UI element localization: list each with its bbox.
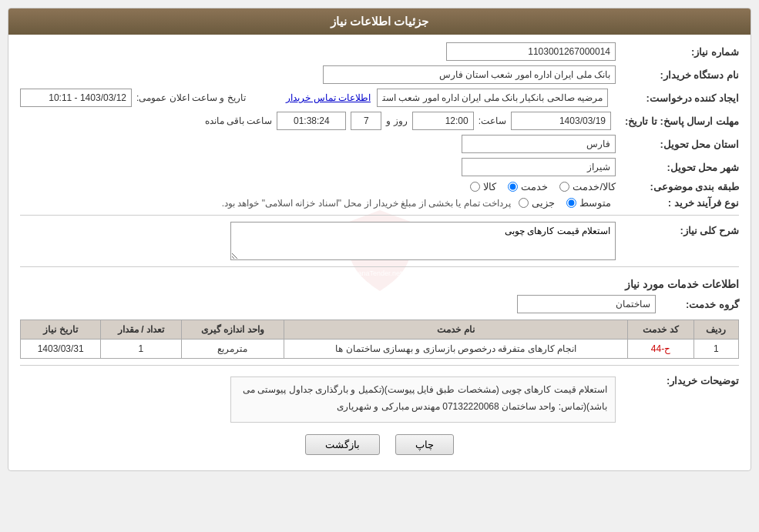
tarikhoSaat-input[interactable] bbox=[20, 89, 132, 107]
table-cell: 1 bbox=[694, 340, 738, 359]
groupKhedmat-input[interactable] bbox=[517, 295, 656, 313]
ijadKonande-input[interactable] bbox=[377, 89, 608, 107]
radio-khedmat-input[interactable] bbox=[508, 182, 518, 192]
table-cell: ح-44 bbox=[628, 340, 694, 359]
ettelaatTamas-link[interactable]: اطلاعات تماس خریدار bbox=[286, 92, 371, 103]
sharhKoli-textarea[interactable] bbox=[230, 222, 616, 260]
tarikhoSaat-label: تاریخ و ساعت اعلان عمومی: bbox=[136, 92, 246, 103]
col-kodKhedmat: کد خدمت bbox=[628, 320, 694, 340]
radio-kala-khedmat-label: کالا/خدمت bbox=[573, 181, 616, 192]
col-tarikh: تاریخ نیاز bbox=[21, 320, 101, 340]
ostan-label: استان محل تحویل: bbox=[616, 139, 739, 150]
table-cell: مترمربع bbox=[181, 340, 284, 359]
mohlat-timer-input[interactable] bbox=[277, 112, 346, 130]
namDastgah-input[interactable] bbox=[323, 65, 616, 84]
shomareNiaz-label: شماره نیاز: bbox=[616, 46, 739, 58]
shahr-label: شهر محل تحویل: bbox=[616, 162, 739, 173]
mohlat-saat-label: ساعت: bbox=[479, 115, 506, 126]
table-cell: 1 bbox=[101, 340, 181, 359]
radio-kala[interactable]: کالا bbox=[470, 181, 496, 192]
radio-kala-khedmat[interactable]: کالا/خدمت bbox=[559, 181, 616, 192]
tozihat-box: استعلام قیمت کارهای چوبی (مشخصات طبق فای… bbox=[230, 376, 616, 423]
tozihat-label: توضیحات خریدار: bbox=[616, 372, 739, 386]
noeFarayand-note: پرداخت تمام یا بخشی از مبلغ خریدار از مح… bbox=[222, 198, 511, 209]
mohlat-rooz-label: روز و bbox=[386, 115, 407, 126]
sharhKoli-label: شرح کلی نیاز: bbox=[616, 222, 739, 236]
mohlat-label: مهلت ارسال پاسخ: تا تاریخ: bbox=[616, 115, 739, 127]
chap-button[interactable]: چاپ bbox=[395, 434, 454, 455]
col-namKhedmat: نام خدمت bbox=[284, 320, 628, 340]
shomareNiaz-input[interactable] bbox=[446, 42, 616, 61]
radio-motavasset-input[interactable] bbox=[566, 198, 576, 208]
ostan-input[interactable] bbox=[462, 135, 616, 153]
col-tedad: تعداد / مقدار bbox=[101, 320, 181, 340]
bazgasht-button[interactable]: بازگشت bbox=[305, 434, 380, 455]
ijadKonande-label: ایجاد کننده درخواست: bbox=[616, 92, 739, 104]
radio-jozee[interactable]: جزیی bbox=[519, 197, 555, 209]
radio-jozee-input[interactable] bbox=[519, 198, 529, 208]
radio-jozee-label: جزیی bbox=[532, 197, 555, 209]
radio-khedmat-label: خدمت bbox=[521, 181, 548, 192]
col-vahed: واحد اندازه گیری bbox=[181, 320, 284, 340]
noeFarayand-label: نوع فرآیند خرید : bbox=[616, 197, 739, 209]
mohlat-rooz-input[interactable] bbox=[351, 112, 381, 130]
groupKhedmat-label: گروه خدمت: bbox=[662, 299, 739, 310]
mohlat-saat-input[interactable] bbox=[412, 112, 474, 130]
khAdamat-title: اطلاعات خدمات مورد نیاز bbox=[20, 273, 739, 295]
page-title: جزئیات اطلاعات نیاز bbox=[8, 8, 751, 35]
tabaghebandi-label: طبقه بندی موضوعی: bbox=[616, 181, 739, 192]
service-table: ردیف کد خدمت نام خدمت واحد اندازه گیری ت… bbox=[20, 320, 739, 359]
radio-kala-khedmat-input[interactable] bbox=[559, 182, 569, 192]
col-radif: ردیف bbox=[694, 320, 738, 340]
mohlat-date-input[interactable] bbox=[511, 112, 611, 130]
radio-kala-input[interactable] bbox=[470, 182, 480, 192]
namDastgah-label: نام دستگاه خریدار: bbox=[616, 69, 739, 81]
table-row: 1ح-44انجام کارهای متفرقه درخصوص بازسازی … bbox=[21, 340, 739, 359]
table-cell: انجام کارهای متفرقه درخصوص بازسازی و بهس… bbox=[284, 340, 628, 359]
radio-motavasset-label: متوسط bbox=[579, 197, 611, 209]
table-cell: 1403/03/31 bbox=[21, 340, 101, 359]
radio-kala-label: کالا bbox=[483, 181, 496, 192]
mohlat-baghimande-label: ساعت باقی مانده bbox=[205, 115, 273, 126]
radio-khedmat[interactable]: خدمت bbox=[508, 181, 548, 192]
shahr-input[interactable] bbox=[462, 158, 616, 176]
radio-motavasset[interactable]: متوسط bbox=[566, 197, 611, 209]
